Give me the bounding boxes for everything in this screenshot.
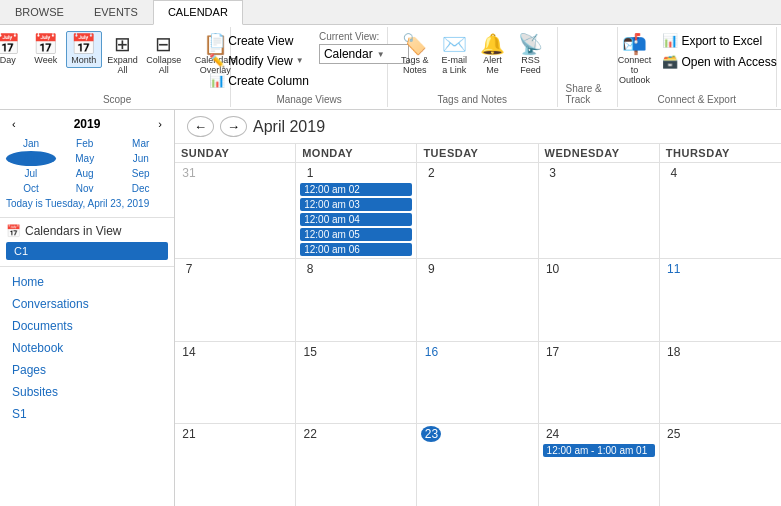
create-view-button[interactable]: 📄 Create View [205,31,313,50]
alert-me-button[interactable]: 🔔 Alert Me [475,31,511,78]
day-num-3[interactable]: 3 [543,165,563,181]
day-num-17[interactable]: 17 [543,344,563,360]
week-1: 31 1 12:00 am 02 12:00 am 03 12:00 am 04… [175,163,781,259]
event-1204[interactable]: 12:00 am 04 [300,213,412,226]
nav-subsites[interactable]: Subsites [6,381,168,403]
manage-views-small-group: 📄 Create View ✏️ Modify View ▼ 📊 Create … [205,31,313,90]
mini-cal-oct[interactable]: Oct [6,181,56,196]
day-num-8[interactable]: 8 [300,261,320,277]
mini-cal-nov[interactable]: Nov [56,181,114,196]
event-1203[interactable]: 12:00 am 03 [300,198,412,211]
day-num-25[interactable]: 25 [664,426,684,442]
open-access-icon: 🗃️ [662,54,678,69]
modify-view-button[interactable]: ✏️ Modify View ▼ [205,51,313,70]
tab-events[interactable]: EVENTS [79,0,153,24]
nav-pages[interactable]: Pages [6,359,168,381]
mini-cal-apr[interactable]: Apr [6,151,56,166]
month-label: Month [71,55,96,65]
day-apr-23: 23 [417,424,538,506]
calendar-prev-button[interactable]: ← [187,116,214,137]
create-column-button[interactable]: 📊 Create Column [205,71,313,90]
mini-cal-feb[interactable]: Feb [56,136,114,151]
export-excel-icon: 📊 [662,33,678,48]
calendar-c1-badge[interactable]: C1 [6,242,168,260]
export-excel-button[interactable]: 📊 Export to Excel [658,31,780,50]
mini-cal-jul[interactable]: Jul [6,166,56,181]
day-num-14[interactable]: 14 [179,344,199,360]
nav-notebook[interactable]: Notebook [6,337,168,359]
nav-home[interactable]: Home [6,271,168,293]
mini-cal-sep[interactable]: Sep [113,166,168,181]
mini-cal-dec[interactable]: Dec [113,181,168,196]
week-2: 7 8 9 10 11 [175,259,781,342]
day-num-24[interactable]: 24 [543,426,563,442]
week-icon: 📅 [33,34,58,54]
mini-cal-row-3: Jul Aug Sep [6,166,168,181]
day-mar-31: 31 [175,163,296,258]
day-apr-9: 9 [417,259,538,341]
export-excel-label: Export to Excel [681,34,762,48]
mini-cal-prev[interactable]: ‹ [6,116,22,132]
today-text[interactable]: Today is Tuesday, April 23, 2019 [6,196,168,211]
day-button[interactable]: 📅 Day [0,31,26,68]
dow-wednesday: WEDNESDAY [539,144,660,162]
tags-buttons: 🏷️ Tags & Notes ✉️ E-mail a Link 🔔 Alert… [396,29,549,92]
mini-cal-aug[interactable]: Aug [56,166,114,181]
day-apr-25: 25 [660,424,781,506]
day-num-23[interactable]: 23 [421,426,441,442]
day-num-21[interactable]: 21 [179,426,199,442]
day-apr-15: 15 [296,342,417,424]
day-num-11[interactable]: 11 [664,261,684,277]
tab-browse[interactable]: BROWSE [0,0,79,24]
day-apr-11: 11 [660,259,781,341]
week-button[interactable]: 📅 Week [28,31,64,68]
days-of-week-row: SUNDAY MONDAY TUESDAY WEDNESDAY THURSDAY [175,144,781,163]
day-num-16[interactable]: 16 [421,344,441,360]
collapse-all-button[interactable]: ⊟ Collapse All [143,31,184,78]
day-num-4[interactable]: 4 [664,165,684,181]
calendar-icon: 📅 [6,224,21,238]
day-num-15[interactable]: 15 [300,344,320,360]
day-num-22[interactable]: 22 [300,426,320,442]
day-apr-4: 4 [660,163,781,258]
connect-buttons: 📬 Connect to Outlook 📊 Export to Excel 🗃… [613,29,781,92]
tab-calendar[interactable]: CALENDAR [153,0,243,25]
connect-outlook-label: Connect to Outlook [618,55,652,85]
month-button[interactable]: 📅 Month [66,31,102,68]
ribbon-tabs: BROWSE EVENTS CALENDAR [0,0,781,25]
event-1202[interactable]: 12:00 am 02 [300,183,412,196]
day-num-10[interactable]: 10 [543,261,563,277]
connect-outlook-button[interactable]: 📬 Connect to Outlook [613,31,657,88]
mini-cal-jan[interactable]: Jan [6,136,56,151]
rss-feed-button[interactable]: 📡 RSS Feed [513,31,549,78]
mini-cal-next[interactable]: › [152,116,168,132]
create-view-label: Create View [228,34,293,48]
day-num-1[interactable]: 1 [300,165,320,181]
mini-cal-may[interactable]: May [56,151,114,166]
expand-all-button[interactable]: ⊞ Expand All [104,31,142,78]
tags-notes-button[interactable]: 🏷️ Tags & Notes [396,31,434,78]
event-1206[interactable]: 12:00 am 06 [300,243,412,256]
event-1205[interactable]: 12:00 am 05 [300,228,412,241]
open-access-label: Open with Access [681,55,776,69]
mini-cal-grid: Jan Feb Mar Apr May Jun Jul Aug Sep [6,136,168,196]
day-num-7[interactable]: 7 [179,261,199,277]
scope-label: Scope [103,92,131,105]
nav-conversations[interactable]: Conversations [6,293,168,315]
mini-cal-jun[interactable]: Jun [113,151,168,166]
day-num-2[interactable]: 2 [421,165,441,181]
dow-sunday: SUNDAY [175,144,296,162]
ribbon-group-manage-views: 📄 Create View ✏️ Modify View ▼ 📊 Create … [231,27,388,107]
day-num-18[interactable]: 18 [664,344,684,360]
calendar-next-button[interactable]: → [220,116,247,137]
email-link-button[interactable]: ✉️ E-mail a Link [436,31,473,78]
open-access-button[interactable]: 🗃️ Open with Access [658,52,780,71]
event-24-1[interactable]: 12:00 am - 1:00 am 01 [543,444,655,457]
day-num-31[interactable]: 31 [179,165,199,181]
share-label: Share & Track [566,81,609,105]
day-num-9[interactable]: 9 [421,261,441,277]
nav-documents[interactable]: Documents [6,315,168,337]
mini-cal-mar[interactable]: Mar [113,136,168,151]
mini-cal-year: 2019 [74,117,101,131]
nav-s1[interactable]: S1 [6,403,168,425]
